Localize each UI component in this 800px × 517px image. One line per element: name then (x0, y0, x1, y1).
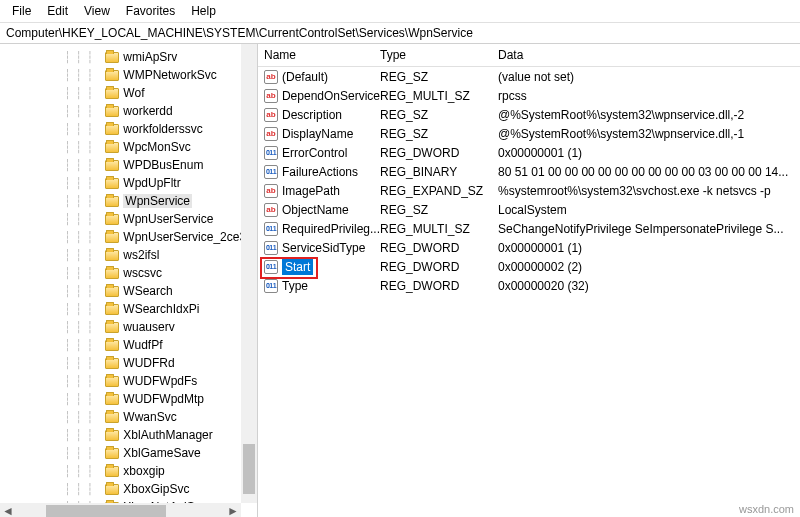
tree-item[interactable]: ┆ ┆ ┆ ws2ifsl (0, 246, 257, 264)
tree-item[interactable]: ┆ ┆ ┆ WSearch (0, 282, 257, 300)
tree-item[interactable]: ┆ ┆ ┆ WpnUserService (0, 210, 257, 228)
value-name: Type (282, 279, 308, 293)
binary-value-icon: 011 (264, 260, 278, 274)
value-type: REG_DWORD (380, 279, 498, 293)
tree-item-label: wuauserv (123, 320, 174, 334)
value-row[interactable]: 011ServiceSidTypeREG_DWORD0x00000001 (1) (258, 238, 800, 257)
scroll-left-button[interactable]: ◄ (0, 504, 16, 517)
menu-view[interactable]: View (76, 2, 118, 20)
folder-icon (105, 448, 119, 459)
menu-favorites[interactable]: Favorites (118, 2, 183, 20)
tree-guide: ┆ ┆ ┆ (64, 429, 103, 442)
tree-item[interactable]: ┆ ┆ ┆ XboxGipSvc (0, 480, 257, 498)
tree-item[interactable]: ┆ ┆ ┆ WSearchIdxPi (0, 300, 257, 318)
tree-item-label: WUDFWpdMtp (123, 392, 204, 406)
tree-item[interactable]: ┆ ┆ ┆ WpnUserService_2ce34 (0, 228, 257, 246)
address-bar[interactable]: Computer\HKEY_LOCAL_MACHINE\SYSTEM\Curre… (0, 23, 800, 44)
tree-item-label: wscsvc (123, 266, 162, 280)
tree-item[interactable]: ┆ ┆ ┆ Wof (0, 84, 257, 102)
value-row[interactable]: abDisplayNameREG_SZ@%SystemRoot%\system3… (258, 124, 800, 143)
value-row[interactable]: abDependOnServiceREG_MULTI_SZrpcss (258, 86, 800, 105)
tree-item[interactable]: ┆ ┆ ┆ WpnService (0, 192, 257, 210)
tree-item[interactable]: ┆ ┆ ┆ xboxgip (0, 462, 257, 480)
tree-guide: ┆ ┆ ┆ (64, 447, 103, 460)
value-row[interactable]: 011TypeREG_DWORD0x00000020 (32) (258, 276, 800, 295)
tree-item[interactable]: ┆ ┆ ┆ WUDFWpdMtp (0, 390, 257, 408)
tree-item[interactable]: ┆ ┆ ┆ WUDFWpdFs (0, 372, 257, 390)
tree-item[interactable]: ┆ ┆ ┆ workfolderssvc (0, 120, 257, 138)
folder-icon (105, 268, 119, 279)
folder-icon (105, 340, 119, 351)
column-header-name[interactable]: Name (264, 48, 380, 62)
tree-guide: ┆ ┆ ┆ (64, 249, 103, 262)
folder-icon (105, 70, 119, 81)
value-row[interactable]: 011FailureActionsREG_BINARY80 51 01 00 0… (258, 162, 800, 181)
value-name: ImagePath (282, 184, 340, 198)
value-type: REG_MULTI_SZ (380, 222, 498, 236)
string-value-icon: ab (264, 184, 278, 198)
value-name-cell: ab(Default) (264, 70, 380, 84)
value-row[interactable]: abObjectNameREG_SZLocalSystem (258, 200, 800, 219)
tree-guide: ┆ ┆ ┆ (64, 483, 103, 496)
tree-item[interactable]: ┆ ┆ ┆ wuauserv (0, 318, 257, 336)
tree-item[interactable]: ┆ ┆ ┆ WpcMonSvc (0, 138, 257, 156)
tree-item[interactable]: ┆ ┆ ┆ WMPNetworkSvc (0, 66, 257, 84)
value-row[interactable]: 011ErrorControlREG_DWORD0x00000001 (1) (258, 143, 800, 162)
string-value-icon: ab (264, 108, 278, 122)
tree-item[interactable]: ┆ ┆ ┆ workerdd (0, 102, 257, 120)
value-type: REG_DWORD (380, 146, 498, 160)
value-name: ErrorControl (282, 146, 347, 160)
value-name: RequiredPrivileg... (282, 222, 380, 236)
tree-vertical-scrollbar[interactable] (241, 44, 257, 503)
tree-guide: ┆ ┆ ┆ (64, 303, 103, 316)
folder-icon (105, 430, 119, 441)
menu-file[interactable]: File (4, 2, 39, 20)
value-name: FailureActions (282, 165, 358, 179)
registry-tree[interactable]: ┆ ┆ ┆ wmiApSrv┆ ┆ ┆ WMPNetworkSvc┆ ┆ ┆ W… (0, 44, 257, 517)
folder-icon (105, 322, 119, 333)
tree-horizontal-scrollbar[interactable]: ◄ ► (0, 503, 241, 517)
column-header-data[interactable]: Data (498, 48, 800, 62)
tree-item[interactable]: ┆ ┆ ┆ XblAuthManager (0, 426, 257, 444)
scrollbar-thumb[interactable] (243, 444, 255, 494)
tree-item[interactable]: ┆ ┆ ┆ wmiApSrv (0, 48, 257, 66)
value-type: REG_SZ (380, 127, 498, 141)
binary-value-icon: 011 (264, 146, 278, 160)
scroll-right-button[interactable]: ► (225, 504, 241, 517)
folder-icon (105, 412, 119, 423)
value-row[interactable]: 011RequiredPrivileg...REG_MULTI_SZSeChan… (258, 219, 800, 238)
tree-item[interactable]: ┆ ┆ ┆ WudfPf (0, 336, 257, 354)
tree-item[interactable]: ┆ ┆ ┆ WPDBusEnum (0, 156, 257, 174)
value-data: (value not set) (498, 70, 800, 84)
tree-guide: ┆ ┆ ┆ (64, 123, 103, 136)
value-name-cell: abDisplayName (264, 127, 380, 141)
tree-item[interactable]: ┆ ┆ ┆ WpdUpFltr (0, 174, 257, 192)
menu-help[interactable]: Help (183, 2, 224, 20)
string-value-icon: ab (264, 127, 278, 141)
folder-icon (105, 304, 119, 315)
value-row[interactable]: abImagePathREG_EXPAND_SZ%systemroot%\sys… (258, 181, 800, 200)
folder-icon (105, 160, 119, 171)
tree-item[interactable]: ┆ ┆ ┆ XblGameSave (0, 444, 257, 462)
tree-item-label: WSearch (123, 284, 172, 298)
tree-item-label: Wof (123, 86, 144, 100)
tree-item-label: WPDBusEnum (123, 158, 203, 172)
tree-item[interactable]: ┆ ┆ ┆ wscsvc (0, 264, 257, 282)
value-row[interactable]: 011StartREG_DWORD0x00000002 (2) (258, 257, 800, 276)
value-row[interactable]: abDescriptionREG_SZ@%SystemRoot%\system3… (258, 105, 800, 124)
values-list[interactable]: ab(Default)REG_SZ(value not set)abDepend… (258, 67, 800, 295)
tree-item[interactable]: ┆ ┆ ┆ WUDFRd (0, 354, 257, 372)
tree-guide: ┆ ┆ ┆ (64, 159, 103, 172)
tree-guide: ┆ ┆ ┆ (64, 285, 103, 298)
value-row[interactable]: ab(Default)REG_SZ(value not set) (258, 67, 800, 86)
value-data: 0x00000002 (2) (498, 260, 800, 274)
value-name: DisplayName (282, 127, 353, 141)
tree-item[interactable]: ┆ ┆ ┆ WwanSvc (0, 408, 257, 426)
column-header-type[interactable]: Type (380, 48, 498, 62)
tree-item-label: WUDFRd (123, 356, 174, 370)
value-name-cell: 011ServiceSidType (264, 241, 380, 255)
scrollbar-thumb[interactable] (46, 505, 166, 517)
folder-icon (105, 358, 119, 369)
menu-edit[interactable]: Edit (39, 2, 76, 20)
tree-guide: ┆ ┆ ┆ (64, 141, 103, 154)
